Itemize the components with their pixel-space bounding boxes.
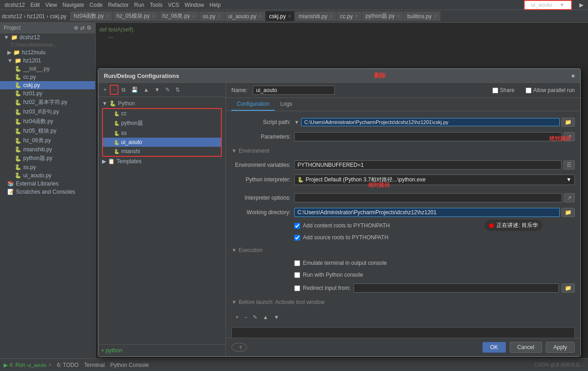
before-launch-add[interactable]: +: [233, 313, 241, 322]
redirect-input[interactable]: [353, 283, 559, 293]
before-launch-edit[interactable]: ✎: [251, 313, 260, 322]
todo-tab[interactable]: 6: TODO: [57, 362, 79, 368]
sidebar-file-hz01[interactable]: 🐍 hz01.py: [0, 89, 95, 98]
run-config-selector[interactable]: ui_aouto ▼: [524, 0, 572, 10]
sidebar-settings-icon[interactable]: ⚙: [87, 25, 92, 31]
dialog-close-button[interactable]: ×: [571, 72, 575, 79]
python-interpreter-select[interactable]: 🐍 Project Default (Python 3.7相对路径...\pyt…: [294, 175, 575, 185]
tab-cskj[interactable]: cskj.py×: [266, 11, 295, 21]
run-python-console-checkbox[interactable]: [294, 272, 300, 278]
tab-ss[interactable]: ss.py×: [199, 11, 224, 21]
terminal-tab[interactable]: Terminal: [84, 362, 105, 368]
add-python-button[interactable]: + python: [101, 347, 122, 354]
sidebar-external-libraries[interactable]: 📚 External Libraries: [0, 180, 95, 188]
sidebar-file-mianshiti[interactable]: 🐍 mianshiti.py: [0, 145, 95, 154]
menu-navigate[interactable]: Navigate: [60, 2, 87, 8]
sidebar-file-ss[interactable]: 🐍 ss.py: [0, 163, 95, 171]
sidebar-add-icon[interactable]: ⊕: [74, 25, 78, 31]
sidebar-file-hz03[interactable]: 🐍 hz03_if语句.py: [0, 107, 95, 117]
sidebar-file-hz06[interactable]: 🐍 hz_06类.py: [0, 136, 95, 145]
move-down-button[interactable]: ▼: [152, 85, 162, 94]
allow-parallel-checkbox[interactable]: [526, 88, 532, 93]
add-content-roots-checkbox[interactable]: [294, 223, 300, 229]
cancel-button[interactable]: Cancel: [510, 342, 542, 353]
python-console-tab[interactable]: Python Console: [110, 362, 149, 368]
sidebar-file-cc[interactable]: 🐍 cc.py: [0, 73, 95, 81]
before-launch-down[interactable]: ▼: [271, 313, 281, 322]
run-tab-close[interactable]: ×: [48, 362, 51, 368]
tab-hz04[interactable]: hz04函数.py×: [70, 11, 112, 21]
execution-section[interactable]: ▼ Execution: [231, 245, 575, 255]
copy-config-button[interactable]: ⧉: [119, 85, 128, 94]
before-launch-up[interactable]: ▲: [261, 313, 271, 322]
sidebar-file-init[interactable]: 🐍 __init__.py: [0, 65, 95, 73]
before-launch-section[interactable]: ▼ Before launch: Activate tool window: [231, 297, 575, 307]
dtree-item-mianshi[interactable]: 🐍 mianshi: [103, 147, 221, 156]
menu-refactor[interactable]: Refactor: [105, 2, 131, 8]
dtree-item-ss[interactable]: 🐍 ss: [103, 129, 221, 138]
sidebar-file-hz05[interactable]: 🐍 hz05_模块.py: [0, 126, 95, 136]
dtree-python-folder[interactable]: ▼ 🐍 Python: [98, 99, 225, 108]
save-config-button[interactable]: 💾: [129, 85, 140, 94]
tab-mianshiti[interactable]: mianshiti.py×: [295, 11, 336, 21]
tab-configuration[interactable]: Configuration: [231, 98, 275, 111]
tab-hz06[interactable]: hz_06类.py×: [159, 11, 199, 21]
interpreter-options-expand[interactable]: ↗: [564, 193, 575, 202]
tab-uiaouto[interactable]: ui_aouto.py×: [225, 11, 265, 21]
sidebar-sync-icon[interactable]: ⇄: [80, 25, 85, 31]
menu-vcs[interactable]: VCS: [165, 2, 182, 8]
sidebar-file-cskj[interactable]: 🐍 cskj.py: [0, 81, 95, 89]
sidebar-file-uiaouto[interactable]: 🐍 ui_aouto.py: [0, 171, 95, 180]
redirect-checkbox[interactable]: [294, 285, 300, 291]
run-tab[interactable]: ▶ 4: Run ui_aouto ×: [4, 362, 51, 368]
dtree-item-python[interactable]: 🐍 python题: [103, 118, 221, 129]
env-variables-input[interactable]: [294, 160, 562, 170]
share-checkbox[interactable]: [492, 88, 498, 93]
environment-section[interactable]: ▼ Environment: [231, 146, 575, 156]
tab-builtins[interactable]: builtins.py×: [404, 11, 440, 21]
menu-help[interactable]: Help: [207, 2, 224, 8]
edit-defaults-button[interactable]: ✎: [163, 85, 172, 94]
script-path-browse[interactable]: 📁: [562, 118, 575, 127]
working-dir-browse[interactable]: 📁: [562, 208, 575, 217]
menu-view[interactable]: View: [42, 2, 60, 8]
tab-python[interactable]: python题.py×: [362, 11, 403, 21]
help-button[interactable]: ?: [231, 343, 247, 352]
tab-cc[interactable]: cc.py×: [337, 11, 362, 21]
name-input[interactable]: [253, 86, 335, 95]
env-variables-btn[interactable]: ☰: [563, 160, 575, 170]
apply-button[interactable]: Apply: [546, 342, 575, 353]
redirect-browse[interactable]: 📁: [562, 283, 575, 293]
add-config-button[interactable]: +: [101, 85, 109, 94]
sidebar-scratches[interactable]: 📝 Scratches and Consoles: [0, 188, 95, 196]
interpreter-options-input[interactable]: [294, 193, 562, 202]
tab-logs[interactable]: Logs: [275, 98, 297, 111]
tree-root[interactable]: ▼ 📁 dcshz12: [0, 33, 95, 41]
parameters-input[interactable]: [294, 132, 562, 141]
sidebar-file-hz04[interactable]: 🐍 hz04函数.py: [0, 117, 95, 126]
sidebar-item-hz1201[interactable]: ▼ 📁 hz1201: [0, 57, 95, 65]
dtree-item-uiaouto[interactable]: 🐍 ui_aouto: [103, 138, 221, 147]
emulate-terminal-checkbox[interactable]: [294, 260, 300, 266]
menu-file[interactable]: dcshz12: [2, 2, 28, 8]
sidebar-item-hz12mulu[interactable]: ▶ 📁 hz12mulu: [0, 48, 95, 57]
sort-button[interactable]: ⇅: [173, 85, 182, 94]
menu-run[interactable]: Run: [132, 2, 147, 8]
move-up-button[interactable]: ▲: [141, 85, 151, 94]
menu-code[interactable]: Code: [87, 2, 106, 8]
run-button[interactable]: ▶: [577, 2, 586, 8]
dtree-templates[interactable]: ▶ 📋 Templates: [98, 157, 225, 166]
menu-window[interactable]: Window: [182, 2, 207, 8]
remove-config-button[interactable]: −: [110, 85, 118, 95]
before-launch-remove[interactable]: −: [242, 313, 250, 322]
dtree-item-cc[interactable]: 🐍 cc: [103, 109, 221, 118]
working-dir-input[interactable]: [294, 208, 560, 217]
ok-button[interactable]: OK: [482, 342, 506, 353]
tab-hz05[interactable]: hz_05模块.py×: [113, 11, 159, 21]
menu-tools[interactable]: Tools: [147, 2, 165, 8]
sidebar-file-python[interactable]: 🐍 python题.py: [0, 154, 95, 163]
script-path-input[interactable]: [301, 118, 560, 126]
sidebar-file-hz02[interactable]: 🐍 hz02_基本字符.py: [0, 98, 95, 107]
add-source-roots-checkbox[interactable]: [294, 235, 300, 241]
menu-edit[interactable]: Edit: [28, 2, 43, 8]
